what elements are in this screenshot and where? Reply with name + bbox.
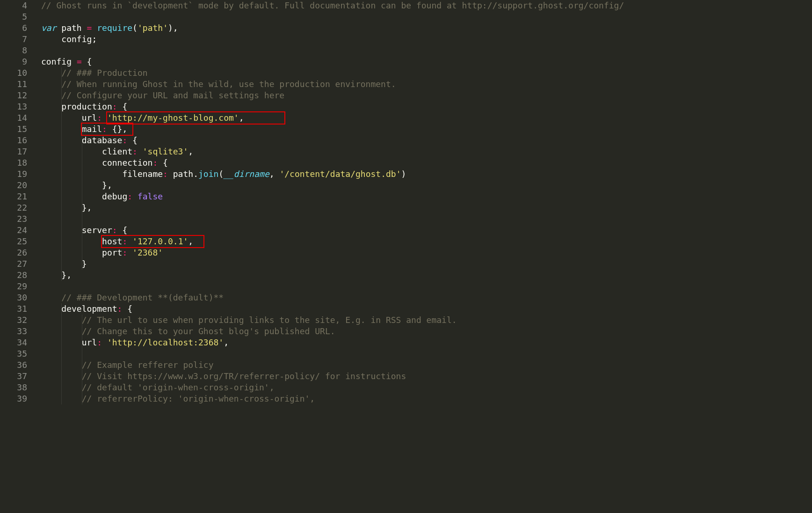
code-line[interactable]: // Visit https://www.w3.org/TR/referrer-… — [41, 371, 812, 382]
code-line[interactable]: // referrerPolicy: 'origin-when-cross-or… — [41, 393, 812, 404]
op-token: : — [132, 147, 138, 156]
comment-token: // referrerPolicy: 'origin-when-cross-or… — [82, 394, 315, 403]
line-number: 29 — [0, 281, 27, 292]
code-line[interactable]: // ### Production — [41, 67, 812, 79]
code-line[interactable]: connection: { — [41, 157, 812, 169]
punct-token — [41, 102, 61, 111]
code-line[interactable]: server: { — [41, 225, 812, 236]
punct-token: ), — [168, 23, 178, 33]
code-line[interactable]: // Change this to your Ghost blog's publ… — [41, 326, 812, 337]
line-number: 35 — [0, 348, 27, 359]
code-line[interactable]: url: 'http://my-ghost-blog.com', — [41, 112, 812, 124]
code-line[interactable]: }, — [41, 202, 812, 213]
punct-token: , — [224, 337, 229, 347]
code-line[interactable]: filename: path.join(__dirname, '/content… — [41, 169, 812, 180]
line-number: 18 — [0, 157, 27, 169]
op-token: : — [97, 337, 102, 347]
code-line[interactable]: // Example refferer policy — [41, 359, 812, 371]
indent-guide — [82, 315, 82, 404]
code-area[interactable]: // Ghost runs in `development` mode by d… — [33, 0, 812, 513]
string-token: '2368' — [132, 248, 163, 257]
op-token: : — [117, 304, 123, 314]
code-line[interactable]: config = { — [41, 56, 812, 67]
op-token: : — [97, 113, 102, 123]
code-line[interactable] — [41, 11, 812, 22]
code-line[interactable]: debug: false — [41, 191, 812, 202]
code-line[interactable]: production: { — [41, 101, 812, 112]
ident-token: client — [102, 147, 132, 156]
punct-token: { — [82, 57, 92, 66]
line-number: 6 — [0, 22, 27, 34]
code-line[interactable] — [41, 281, 812, 292]
code-line[interactable]: mail: {}, — [41, 124, 812, 135]
line-number: 7 — [0, 34, 27, 45]
ident-token: config — [41, 57, 72, 66]
punct-token: { — [117, 225, 128, 235]
punct-token: ; — [92, 34, 97, 44]
code-line[interactable]: // default 'origin-when-cross-origin', — [41, 382, 812, 393]
ident-token: port — [102, 248, 122, 257]
punct-token — [138, 147, 143, 156]
comment-token: // The url to use when providing links t… — [82, 315, 457, 325]
punct-token — [41, 68, 61, 78]
code-line[interactable]: database: { — [41, 135, 812, 146]
code-line[interactable]: // Ghost runs in `development` mode by d… — [41, 0, 812, 11]
code-line[interactable]: // ### Development **(default)** — [41, 292, 812, 303]
line-number: 12 — [0, 90, 27, 101]
code-line[interactable]: config; — [41, 34, 812, 45]
line-number: 37 — [0, 371, 27, 382]
punct-token: } — [41, 259, 87, 269]
ident-token: production — [61, 102, 112, 111]
code-line[interactable]: } — [41, 258, 812, 270]
line-number: 32 — [0, 315, 27, 326]
op-token: : — [122, 248, 127, 257]
code-line[interactable]: }, — [41, 270, 812, 281]
code-line[interactable] — [41, 348, 812, 359]
code-line[interactable]: client: 'sqlite3', — [41, 146, 812, 157]
op-token: : — [102, 124, 107, 134]
code-line[interactable]: host: '127.0.0.1', — [41, 236, 812, 247]
line-number: 25 — [0, 236, 27, 247]
punct-token: , — [239, 113, 244, 123]
punct-token — [57, 23, 62, 33]
punct-token: ( — [132, 23, 138, 33]
punct-token — [82, 23, 87, 33]
line-number: 11 — [0, 79, 27, 90]
code-line[interactable] — [41, 45, 812, 56]
punct-token — [41, 34, 61, 44]
line-number: 33 — [0, 326, 27, 337]
storage-token: var — [41, 23, 57, 33]
comment-token: // ### Production — [61, 68, 147, 78]
string-token: 'path' — [138, 23, 168, 33]
punct-token: , — [269, 169, 280, 179]
code-line[interactable]: port: '2368' — [41, 247, 812, 258]
indent-guide — [61, 303, 62, 404]
indent-guide — [61, 67, 62, 281]
line-number: 23 — [0, 213, 27, 225]
line-number: 4 — [0, 0, 27, 11]
ident-token: debug — [102, 191, 127, 201]
ident-token: development — [61, 304, 117, 314]
code-line[interactable]: // When running Ghost in the wild, use t… — [41, 79, 812, 90]
punct-token — [168, 169, 173, 179]
code-line[interactable]: // Configure your URL and mail settings … — [41, 90, 812, 101]
ident-token: server — [82, 225, 112, 235]
punct-token — [41, 304, 61, 314]
line-number: 9 — [0, 56, 27, 67]
string-token: 'sqlite3' — [143, 147, 188, 156]
code-editor[interactable]: 4567891011121314151617181920212223242526… — [0, 0, 812, 513]
string-token: '127.0.0.1' — [132, 236, 188, 246]
line-number: 17 — [0, 146, 27, 157]
code-line[interactable]: url: 'http://localhost:2368', — [41, 337, 812, 348]
code-line[interactable]: // The url to use when providing links t… — [41, 315, 812, 326]
code-line[interactable] — [41, 213, 812, 225]
line-number: 14 — [0, 112, 27, 124]
punct-token — [41, 79, 61, 89]
line-number: 19 — [0, 169, 27, 180]
code-line[interactable]: var path = require('path'), — [41, 22, 812, 34]
comment-token: // ### Development **(default)** — [61, 293, 224, 302]
punct-token: }, — [41, 203, 92, 213]
const-token: false — [138, 191, 163, 201]
code-line[interactable]: }, — [41, 180, 812, 191]
code-line[interactable]: development: { — [41, 303, 812, 315]
